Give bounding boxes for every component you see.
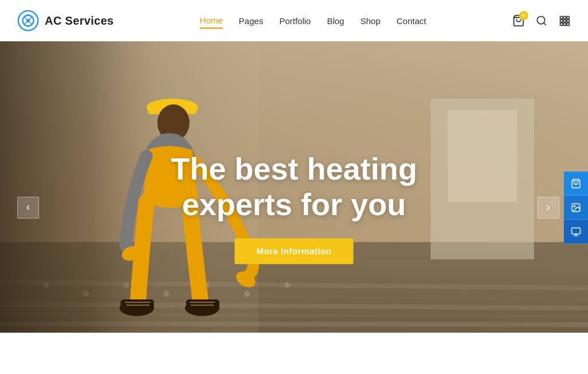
sidebar-info-button[interactable]	[564, 220, 588, 244]
svg-rect-12	[563, 23, 566, 25]
slide-dot-3[interactable]: 03	[311, 349, 319, 361]
slide-next-button[interactable]	[537, 197, 559, 219]
hero-cta-button[interactable]: More Information	[235, 239, 354, 264]
slide-dot-1[interactable]: 01	[269, 349, 277, 361]
svg-rect-5	[560, 17, 562, 19]
search-button[interactable]	[535, 14, 548, 27]
sidebar-float-panel	[564, 172, 588, 244]
header: AC Services Home Pages Portfolio Blog Sh…	[0, 0, 588, 41]
svg-rect-10	[567, 20, 569, 22]
grid-menu-button[interactable]	[558, 14, 571, 27]
main-nav: Home Pages Portfolio Blog Shop Contact	[200, 13, 426, 29]
slide-indicators: 01 02 03	[269, 349, 319, 361]
hero-title: The best heating experts for you	[171, 151, 417, 222]
nav-blog[interactable]: Blog	[327, 14, 344, 28]
svg-rect-49	[448, 110, 517, 202]
header-actions: 0	[512, 14, 571, 27]
nav-portfolio[interactable]: Portfolio	[279, 14, 311, 28]
svg-rect-7	[567, 17, 569, 19]
sidebar-cart-button[interactable]	[564, 172, 588, 196]
nav-home[interactable]: Home	[200, 13, 223, 29]
cart-button[interactable]: 0	[512, 14, 525, 27]
nav-pages[interactable]: Pages	[239, 14, 264, 28]
sidebar-gallery-button[interactable]	[564, 196, 588, 220]
logo-icon	[17, 10, 39, 32]
slide-dot-2[interactable]: 02	[290, 349, 298, 361]
svg-rect-8	[560, 20, 562, 22]
hero-content: The best heating experts for you More In…	[171, 151, 417, 264]
nav-contact[interactable]: Contact	[397, 14, 427, 28]
svg-line-4	[544, 23, 546, 25]
svg-point-32	[284, 282, 290, 288]
svg-rect-9	[563, 20, 566, 22]
logo[interactable]: AC Services	[17, 10, 114, 32]
svg-rect-13	[567, 23, 569, 25]
cart-badge: 0	[519, 11, 528, 20]
svg-point-52	[574, 205, 575, 207]
svg-rect-53	[572, 228, 581, 234]
slide-prev-button[interactable]	[17, 197, 39, 219]
nav-shop[interactable]: Shop	[360, 14, 380, 28]
hero-section: The best heating experts for you More In…	[0, 41, 588, 374]
svg-rect-11	[560, 23, 562, 25]
svg-rect-6	[563, 17, 566, 19]
brand-name: AC Services	[45, 14, 114, 28]
